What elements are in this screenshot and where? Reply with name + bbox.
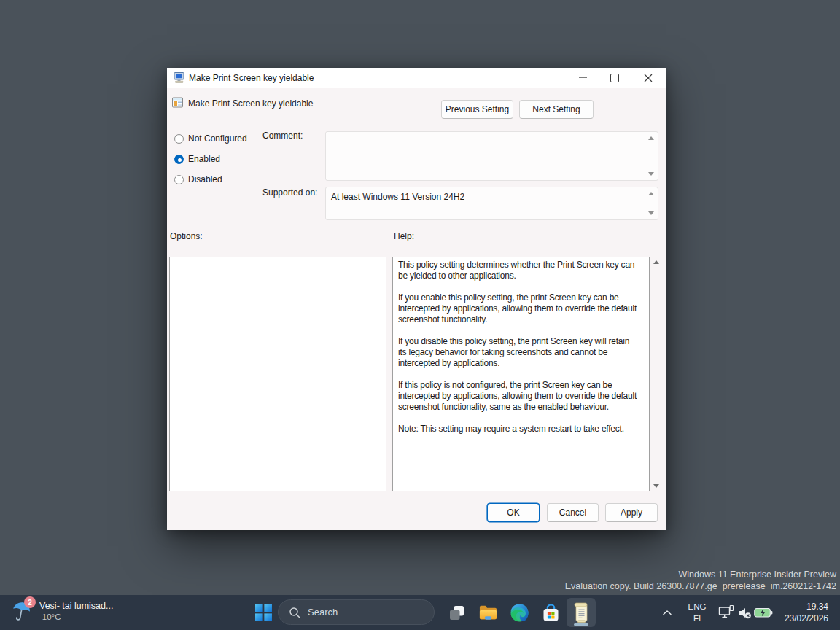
evaluation-watermark: Windows 11 Enterprise Insider Preview Ev… bbox=[565, 569, 836, 592]
search-box[interactable]: Search bbox=[278, 599, 435, 625]
dialog-titlebar-icon bbox=[174, 72, 185, 85]
help-paragraph: This policy setting determines whether t… bbox=[398, 260, 639, 281]
help-scroll-down-icon[interactable] bbox=[653, 484, 659, 488]
policy-icon bbox=[172, 97, 183, 110]
windows-logo-icon bbox=[255, 604, 272, 621]
language-line1: ENG bbox=[684, 601, 710, 612]
tray-language-indicator[interactable]: ENG FI bbox=[684, 601, 710, 624]
supported-on-textbox[interactable]: At least Windows 11 Version 24H2 bbox=[325, 187, 658, 220]
comment-label: Comment: bbox=[262, 131, 303, 141]
tray-battery-button[interactable] bbox=[752, 595, 774, 630]
language-line2: FI bbox=[684, 612, 710, 624]
cancel-button[interactable]: Cancel bbox=[547, 503, 599, 522]
dialog-titlebar[interactable]: Make Print Screen key yieldable bbox=[167, 68, 666, 88]
help-paragraph: If this policy is not configured, the pr… bbox=[398, 380, 639, 413]
supported-scroll-up-icon[interactable] bbox=[648, 192, 654, 195]
supported-scroll-down-icon[interactable] bbox=[648, 211, 654, 215]
task-view-icon bbox=[448, 604, 466, 622]
radio-disabled-circle[interactable] bbox=[174, 175, 184, 184]
supported-on-label: Supported on: bbox=[262, 187, 317, 198]
maximize-button[interactable] bbox=[604, 68, 626, 88]
group-policy-editor-icon bbox=[572, 602, 591, 623]
policy-setting-dialog: Make Print Screen key yieldable Make Pri… bbox=[167, 68, 666, 530]
supported-on-value: At least Windows 11 Version 24H2 bbox=[331, 192, 464, 202]
weather-title: Vesi- tai lumisad... bbox=[39, 600, 113, 612]
help-paragraph: If you disable this policy setting, the … bbox=[398, 336, 639, 369]
tray-show-hidden-icons[interactable] bbox=[658, 595, 676, 630]
active-app-indicator bbox=[574, 623, 588, 626]
comment-scroll-down-icon[interactable] bbox=[648, 172, 654, 176]
apply-button[interactable]: Apply bbox=[605, 503, 658, 522]
notification-badge: 2 bbox=[24, 596, 36, 608]
close-button[interactable] bbox=[637, 68, 659, 88]
start-button[interactable] bbox=[249, 595, 278, 630]
help-textbox[interactable]: This policy setting determines whether t… bbox=[392, 257, 650, 491]
comment-textbox[interactable] bbox=[325, 131, 658, 181]
radio-enabled-label: Enabled bbox=[188, 154, 220, 164]
comment-scroll-up-icon[interactable] bbox=[648, 136, 654, 140]
policy-name-label: Make Print Screen key yieldable bbox=[188, 98, 313, 109]
tray-clock[interactable]: 19.34 23/02/2026 bbox=[785, 601, 828, 624]
next-setting-button[interactable]: Next Setting bbox=[519, 100, 594, 119]
file-explorer-button[interactable] bbox=[473, 598, 502, 627]
tray-network-button[interactable] bbox=[716, 595, 736, 630]
weather-temperature: -10°C bbox=[39, 612, 113, 622]
taskbar: 2 Vesi- tai lumisad... -10°C Sear bbox=[0, 595, 840, 630]
edge-browser-button[interactable] bbox=[505, 598, 534, 627]
dialog-title: Make Print Screen key yieldable bbox=[189, 68, 314, 88]
radio-enabled-circle[interactable] bbox=[174, 155, 184, 164]
help-paragraph: If you enable this policy setting, the p… bbox=[398, 292, 639, 325]
radio-enabled[interactable]: Enabled bbox=[174, 153, 220, 165]
battery-charging-icon bbox=[754, 607, 773, 618]
options-label: Options: bbox=[170, 231, 203, 241]
minimize-button[interactable] bbox=[572, 68, 594, 88]
help-scrollbar[interactable] bbox=[650, 257, 661, 491]
help-scroll-up-icon[interactable] bbox=[653, 260, 659, 264]
weather-widget[interactable]: 2 Vesi- tai lumisad... -10°C bbox=[10, 598, 113, 623]
ok-button[interactable]: OK bbox=[487, 503, 540, 522]
radio-not-configured[interactable]: Not Configured bbox=[174, 133, 247, 144]
help-label: Help: bbox=[394, 231, 414, 241]
radio-disabled[interactable]: Disabled bbox=[174, 174, 222, 185]
help-paragraph: Note: This setting may require a system … bbox=[398, 424, 639, 435]
chevron-up-icon bbox=[662, 610, 672, 616]
screen: Windows 11 Enterprise Insider Preview Ev… bbox=[0, 0, 840, 630]
tray-volume-button[interactable] bbox=[735, 595, 754, 630]
search-icon bbox=[289, 607, 300, 618]
options-panel bbox=[169, 257, 386, 491]
watermark-line1: Windows 11 Enterprise Insider Preview bbox=[565, 569, 836, 581]
previous-setting-button[interactable]: Previous Setting bbox=[441, 100, 513, 119]
help-text: This policy setting determines whether t… bbox=[393, 257, 649, 448]
watermark-line2: Evaluation copy. Build 26300.7877.ge_pre… bbox=[565, 581, 836, 593]
microsoft-store-icon bbox=[542, 603, 560, 623]
radio-not-configured-label: Not Configured bbox=[188, 133, 247, 144]
tray-time: 19.34 bbox=[785, 601, 828, 612]
task-view-button[interactable] bbox=[442, 598, 471, 627]
tray-date: 23/02/2026 bbox=[785, 612, 828, 624]
file-explorer-icon bbox=[478, 604, 498, 621]
microsoft-store-button[interactable] bbox=[536, 598, 565, 627]
radio-disabled-label: Disabled bbox=[188, 174, 222, 184]
edge-icon bbox=[510, 604, 529, 622]
network-icon bbox=[718, 604, 734, 621]
search-placeholder: Search bbox=[308, 607, 338, 618]
radio-not-configured-circle[interactable] bbox=[174, 134, 184, 144]
volume-muted-icon bbox=[737, 605, 752, 621]
group-policy-editor-button[interactable] bbox=[567, 598, 596, 627]
